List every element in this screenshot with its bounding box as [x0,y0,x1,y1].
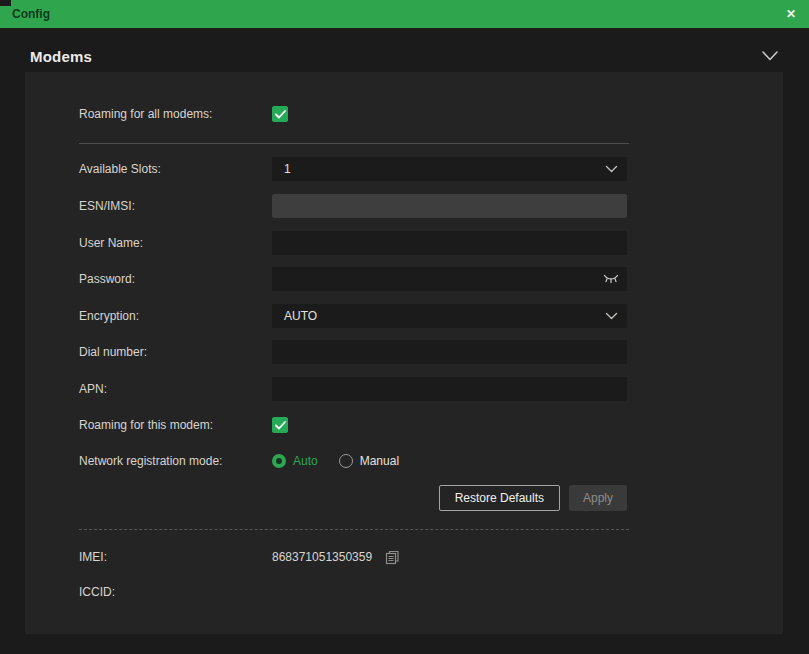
config-panel: Roaming for all modems: Available Slots:… [25,72,783,634]
encryption-value: AUTO [284,309,317,323]
restore-defaults-button[interactable]: Restore Defaults [439,485,560,511]
close-button[interactable]: ✕ [780,3,802,25]
radio-icon [272,454,286,468]
divider [79,529,629,530]
imei-value: 868371051350359 [272,550,372,564]
radio-option-auto[interactable]: Auto [272,454,318,468]
divider [79,143,629,144]
row-iccid: ICCID: [79,582,627,602]
available-slots-value: 1 [284,162,291,176]
roaming-modem-checkbox[interactable] [272,417,288,433]
radio-option-manual[interactable]: Manual [339,454,399,468]
radio-label-auto: Auto [293,454,318,468]
row-roaming-all: Roaming for all modems: [79,104,627,124]
row-network-mode: Network registration mode: Auto Manual [79,453,627,469]
row-dial-number: Dial number: [79,340,627,364]
row-encryption: Encryption: AUTO [79,304,627,328]
imei-label: IMEI: [79,550,107,564]
copy-icon [385,550,400,565]
page-title: Modems [30,48,92,65]
chevron-down-icon [761,50,779,62]
row-user-name: User Name: [79,231,627,255]
encryption-select[interactable]: AUTO [272,304,627,328]
row-roaming-modem: Roaming for this modem: [79,416,627,434]
apn-input[interactable] [272,377,627,401]
apply-button[interactable]: Apply [569,485,627,511]
user-name-input[interactable] [272,231,627,255]
checkmark-icon [275,421,286,430]
network-mode-label: Network registration mode: [79,454,222,468]
dial-number-input[interactable] [272,340,627,364]
available-slots-label: Available Slots: [79,162,161,176]
row-esn-imsi: ESN/IMSI: [79,194,627,218]
toggle-password-visibility-button[interactable] [601,271,621,287]
chevron-down-icon [605,312,618,320]
section-header: Modems [30,44,779,68]
copy-imei-button[interactable] [384,549,400,565]
eye-closed-icon [603,274,619,285]
row-imei: IMEI: 868371051350359 [79,547,627,567]
collapse-section-button[interactable] [761,50,779,62]
row-apn: APN: [79,377,627,401]
user-name-label: User Name: [79,236,143,250]
window-title: Config [12,7,50,21]
close-icon: ✕ [786,7,796,21]
window-corner-notch [0,0,11,6]
iccid-label: ICCID: [79,585,115,599]
checkmark-icon [275,110,286,119]
row-password: Password: [79,267,627,291]
password-input[interactable] [272,267,627,291]
esn-imsi-input[interactable] [272,194,627,218]
window-titlebar: Config ✕ [0,0,809,28]
roaming-modem-label: Roaming for this modem: [79,418,213,432]
esn-imsi-label: ESN/IMSI: [79,199,135,213]
roaming-all-checkbox[interactable] [272,106,288,122]
button-row: Restore Defaults Apply [79,485,627,511]
row-available-slots: Available Slots: 1 [79,157,627,181]
network-mode-radio-group: Auto Manual [272,453,627,469]
chevron-down-icon [605,165,618,173]
encryption-label: Encryption: [79,309,139,323]
available-slots-select[interactable]: 1 [272,157,627,181]
apn-label: APN: [79,382,107,396]
radio-label-manual: Manual [360,454,399,468]
radio-icon [339,454,353,468]
roaming-all-label: Roaming for all modems: [79,107,212,121]
password-label: Password: [79,272,135,286]
dial-number-label: Dial number: [79,345,147,359]
